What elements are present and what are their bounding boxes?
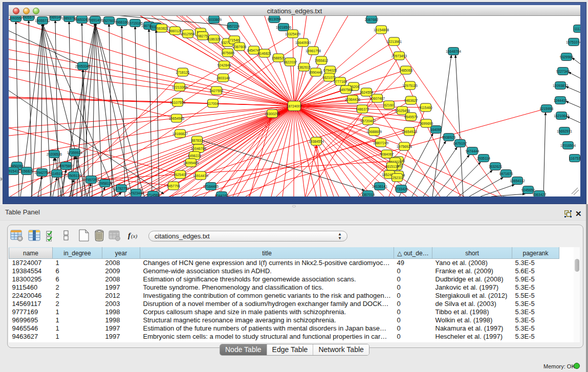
svg-text:19055712: 19055712: [35, 19, 50, 23]
svg-text:16914479: 16914479: [193, 174, 208, 178]
svg-text:18807249: 18807249: [373, 141, 388, 145]
svg-text:12975115: 12975115: [402, 84, 418, 87]
svg-text:2718126: 2718126: [176, 71, 190, 74]
svg-text:16210643: 16210643: [554, 114, 569, 118]
svg-text:3624554: 3624554: [360, 91, 374, 94]
svg-text:10719185: 10719185: [127, 21, 143, 25]
svg-text:9699695: 9699695: [420, 122, 433, 125]
svg-text:8186328: 8186328: [207, 37, 221, 41]
svg-text:114519: 114519: [51, 172, 62, 176]
svg-text:8471676: 8471676: [499, 172, 513, 176]
svg-text:1621072: 1621072: [322, 76, 336, 79]
svg-text:6966160: 6966160: [115, 20, 129, 24]
svg-text:11125: 11125: [574, 27, 580, 31]
svg-text:7486372: 7486372: [356, 107, 369, 111]
svg-text:9115460: 9115460: [419, 106, 432, 110]
svg-text:9245652: 9245652: [521, 188, 535, 192]
svg-text:2087682: 2087682: [365, 18, 379, 21]
svg-text:20364436: 20364436: [345, 98, 360, 101]
svg-text:20973493: 20973493: [391, 54, 407, 58]
svg-text:7485063: 7485063: [399, 69, 413, 72]
svg-text:2935114: 2935114: [477, 157, 490, 160]
svg-text:9777169: 9777169: [334, 80, 347, 83]
svg-text:16648784: 16648784: [446, 50, 461, 53]
svg-text:16033809: 16033809: [206, 18, 222, 21]
svg-text:12213369: 12213369: [172, 85, 187, 89]
svg-text:1044162: 1044162: [215, 194, 229, 197]
svg-text:9242848: 9242848: [217, 63, 231, 67]
svg-text:25231: 25231: [393, 176, 402, 180]
svg-text:16640910: 16640910: [295, 41, 311, 45]
svg-text:3875685: 3875685: [221, 51, 235, 55]
svg-text:8912954: 8912954: [181, 32, 195, 36]
svg-text:71546: 71546: [230, 38, 239, 42]
svg-text:8822037: 8822037: [284, 60, 297, 64]
svg-text:7632621: 7632621: [489, 165, 503, 168]
svg-text:2803144: 2803144: [216, 76, 230, 80]
svg-text:10975867: 10975867: [58, 164, 74, 168]
svg-text:8813054: 8813054: [268, 17, 281, 21]
svg-text:10688609: 10688609: [366, 130, 382, 134]
svg-text:17164485: 17164485: [203, 185, 219, 188]
svg-text:9660124: 9660124: [168, 29, 182, 33]
svg-text:16961758: 16961758: [306, 49, 321, 53]
svg-text:17957253: 17957253: [83, 178, 99, 182]
svg-text:16782759: 16782759: [114, 187, 129, 190]
svg-text:16154808: 16154808: [374, 28, 389, 32]
svg-text:12942757: 12942757: [34, 171, 50, 174]
svg-text:9549579: 9549579: [404, 115, 418, 119]
svg-text:2093557: 2093557: [9, 16, 23, 20]
svg-text:12923446: 12923446: [128, 191, 144, 195]
svg-text:6497568: 6497568: [339, 88, 353, 92]
svg-text:9227343: 9227343: [556, 70, 570, 73]
svg-text:1156829: 1156829: [20, 169, 33, 173]
svg-text:20691406: 20691406: [88, 18, 103, 22]
svg-text:62160: 62160: [384, 103, 394, 107]
svg-text:98275: 98275: [198, 34, 208, 38]
svg-text:19654985: 19654985: [169, 117, 184, 120]
svg-text:8427552: 8427552: [210, 89, 224, 93]
svg-text:15751074: 15751074: [566, 40, 580, 44]
svg-text:19756928: 19756928: [397, 145, 412, 148]
svg-text:12093872: 12093872: [553, 84, 568, 87]
svg-text:14099489: 14099489: [183, 161, 199, 165]
svg-text:1615132: 1615132: [385, 165, 399, 168]
svg-text:1498222: 1498222: [188, 154, 202, 158]
svg-text:2069141: 2069141: [49, 16, 62, 19]
svg-text:17016504: 17016504: [560, 144, 576, 147]
svg-text:8938923: 8938923: [442, 136, 456, 139]
svg-text:1244415: 1244415: [554, 99, 568, 102]
svg-text:9457791: 9457791: [167, 184, 181, 188]
svg-text:19654923: 19654923: [402, 130, 417, 134]
svg-text:10046788: 10046788: [191, 147, 206, 150]
svg-text:1905571: 1905571: [22, 16, 36, 19]
svg-text:15720407: 15720407: [360, 119, 376, 123]
svg-text:19218506: 19218506: [276, 26, 291, 29]
svg-text:18300295: 18300295: [265, 112, 280, 116]
svg-text:6479197: 6479197: [453, 142, 467, 145]
svg-text:7625402: 7625402: [173, 173, 187, 177]
svg-text:9714562: 9714562: [146, 193, 160, 197]
svg-text:20206526: 20206526: [47, 152, 62, 156]
svg-text:117004: 117004: [207, 102, 219, 105]
svg-text:3915411: 3915411: [9, 169, 20, 173]
svg-text:1367014: 1367014: [361, 193, 375, 196]
svg-text:7857224: 7857224: [226, 25, 240, 28]
svg-text:18724007: 18724007: [287, 104, 302, 108]
svg-text:1527602: 1527602: [102, 19, 116, 23]
svg-text:10654112: 10654112: [510, 179, 525, 183]
svg-text:1733426: 1733426: [395, 187, 408, 191]
svg-text:14136141: 14136141: [372, 185, 387, 188]
svg-text:13325419: 13325419: [285, 32, 300, 36]
svg-text:9084067: 9084067: [380, 152, 394, 156]
svg-text:9146821: 9146821: [258, 52, 272, 55]
svg-text:1588520: 1588520: [272, 56, 286, 60]
svg-text:1362615: 1362615: [297, 65, 311, 69]
svg-text:19384554: 19384554: [309, 140, 324, 143]
svg-text:164095: 164095: [430, 128, 442, 132]
svg-text:8990448: 8990448: [309, 71, 323, 74]
svg-text:12213961: 12213961: [386, 40, 402, 43]
svg-text:19166827: 19166827: [172, 132, 188, 136]
svg-text:7955812: 7955812: [315, 59, 329, 62]
svg-text:887833: 887833: [191, 139, 203, 142]
